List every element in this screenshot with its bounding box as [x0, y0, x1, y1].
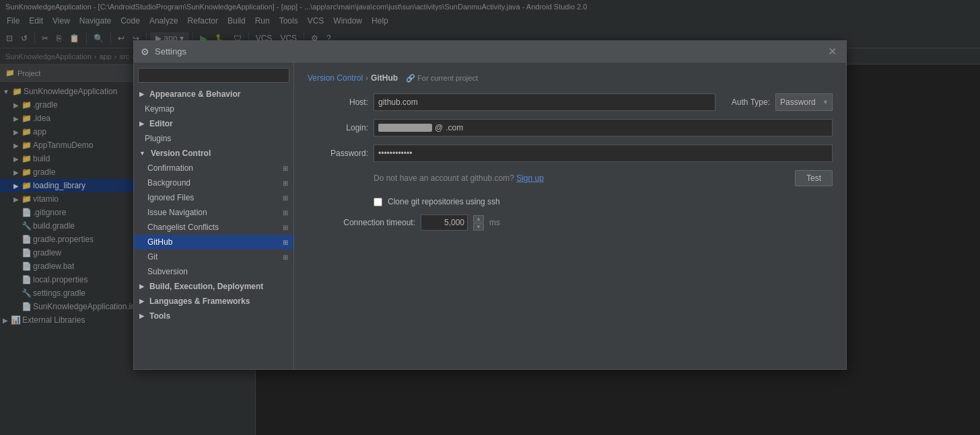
nav-label-build-exec: Build, Execution, Deployment [149, 282, 256, 291]
settings-dialog: ⚙ Settings ✕ ▶ Appear [133, 65, 256, 370]
nav-label-appearance: Appearance & Behavior [149, 89, 240, 99]
nav-label-background: Background [147, 178, 190, 188]
nav-label-tools: Tools [149, 311, 170, 321]
nav-item-keymap[interactable]: Keymap [134, 102, 256, 116]
nav-label-vcs: Version Control [151, 149, 211, 158]
nav-arrow-appearance: ▶ [139, 91, 144, 97]
nav-item-github[interactable]: GitHub ⊞ [134, 235, 256, 249]
nav-search-container [138, 68, 256, 83]
nav-arrow-tools: ▶ [139, 313, 144, 319]
side-panel: 📁 Project ▾ ▼ 📁 SunKnowledgeApplication … [0, 65, 256, 435]
nav-label-subversion: Subversion [147, 267, 188, 276]
nav-label-ignored: Ignored Files [147, 193, 194, 202]
nav-label-github: GitHub [147, 237, 172, 247]
nav-item-build-exec[interactable]: ▶ Build, Execution, Deployment [134, 279, 256, 294]
nav-item-git[interactable]: Git ⊞ [134, 249, 256, 264]
nav-item-tools[interactable]: ▶ Tools [134, 309, 256, 323]
nav-label-plugins: Plugins [145, 134, 171, 143]
nav-label-languages: Languages & Frameworks [149, 296, 250, 306]
nav-arrow-build-exec: ▶ [139, 283, 144, 290]
nav-label-editor: Editor [149, 119, 173, 128]
nav-label-confirmation: Confirmation [147, 163, 193, 173]
main-layout: 📁 Project ▾ ▼ 📁 SunKnowledgeApplication … [0, 65, 980, 435]
nav-item-confirmation[interactable]: Confirmation ⊞ [134, 161, 256, 175]
nav-tree: ▶ Appearance & Behavior Keymap ▶ Editor … [134, 65, 256, 369]
nav-label-issue-nav: Issue Navigation [147, 208, 207, 217]
nav-search-input[interactable] [138, 68, 256, 83]
nav-arrow-vcs: ▼ [139, 150, 145, 157]
nav-label-keymap: Keymap [145, 104, 174, 114]
nav-item-issue-nav[interactable]: Issue Navigation ⊞ [134, 205, 256, 220]
nav-item-plugins[interactable]: Plugins [134, 131, 256, 146]
dialog-body: ▶ Appearance & Behavior Keymap ▶ Editor … [134, 65, 256, 369]
nav-arrow-languages: ▶ [139, 298, 144, 305]
modal-backdrop: ⚙ Settings ✕ ▶ Appear [0, 65, 256, 435]
nav-item-changelist[interactable]: Changelist Conflicts ⊞ [134, 220, 256, 235]
nav-arrow-editor: ▶ [139, 120, 144, 127]
nav-item-subversion[interactable]: Subversion [134, 264, 256, 279]
nav-item-version-control[interactable]: ▼ Version Control [134, 146, 256, 161]
nav-label-changelist: Changelist Conflicts [147, 223, 219, 232]
nav-label-git: Git [147, 252, 158, 262]
nav-item-ignored[interactable]: Ignored Files ⊞ [134, 190, 256, 205]
nav-item-editor[interactable]: ▶ Editor [134, 116, 256, 131]
nav-item-background[interactable]: Background ⊞ [134, 175, 256, 190]
nav-item-languages[interactable]: ▶ Languages & Frameworks [134, 294, 256, 309]
nav-item-appearance[interactable]: ▶ Appearance & Behavior [134, 87, 256, 102]
